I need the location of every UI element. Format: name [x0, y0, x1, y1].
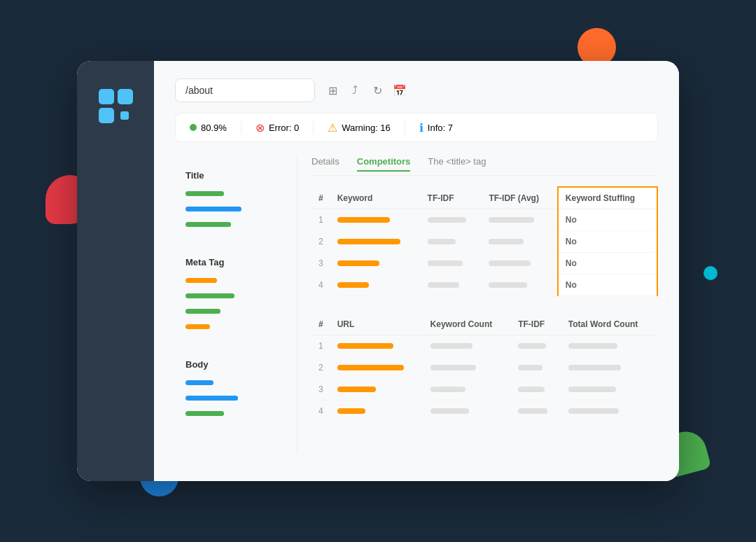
table-row: 4 No: [312, 275, 657, 296]
tab-title-tag[interactable]: The <title> tag: [428, 156, 486, 172]
tab-details[interactable]: Details: [312, 156, 340, 172]
keyword-table: # Keyword TF-IDF TF-IDF (Avg) Keyword St…: [312, 186, 658, 296]
bar-title-3: [186, 222, 231, 227]
url-bar: /about ⊞ ⤴ ↻ 📅: [175, 78, 658, 102]
warning-icon: ⚠: [328, 121, 337, 134]
warning-label: Warning: 16: [342, 123, 391, 133]
bar-title-2: [186, 207, 241, 211]
body-section: Body: [175, 356, 297, 425]
th-keyword: Keyword: [330, 187, 421, 209]
content-area: Details Competitors The <title> tag # Ke…: [298, 156, 658, 453]
th-num2: #: [312, 314, 330, 335]
tab-competitors[interactable]: Competitors: [357, 156, 411, 172]
table-row: 3: [312, 379, 658, 401]
bar-body-2: [186, 396, 238, 401]
th-total-word-count: Total Word Count: [561, 314, 658, 335]
status-bar: 80.9% ⊗ Error: 0 ⚠ Warning: 16 ℹ Info: 7: [175, 113, 658, 142]
table-row: 1: [312, 335, 658, 357]
body-label: Body: [186, 359, 286, 370]
table-row: 1 No: [312, 209, 657, 231]
url-table: # URL Keyword Count TF-IDF Total Word Co…: [312, 314, 658, 422]
add-icon[interactable]: ⊞: [326, 83, 340, 97]
url-icon-group: ⊞ ⤴ ↻ 📅: [326, 83, 407, 97]
title-label: Title: [186, 170, 286, 181]
th-tfidf: TF-IDF: [421, 187, 482, 209]
title-section: Title: [175, 167, 297, 236]
divider3: [405, 120, 405, 134]
table-row: 2: [312, 357, 658, 379]
tab-bar: Details Competitors The <title> tag: [312, 156, 658, 176]
error-label: Error: 0: [269, 123, 299, 133]
info-label: Info: 7: [428, 123, 453, 133]
score-value: 80.9%: [201, 123, 227, 133]
th-keyword-count: Keyword Count: [424, 314, 512, 335]
bar-body-1: [186, 380, 214, 385]
warning-status: ⚠ Warning: 16: [328, 121, 391, 134]
th-keyword-stuffing: Keyword Stuffing: [558, 187, 657, 209]
th-tfidf-avg: TF-IDF (Avg): [482, 187, 557, 209]
table-row: 2 No: [312, 231, 657, 253]
section-wrapper: Title Meta Tag Body: [175, 156, 658, 453]
info-icon: ℹ: [419, 121, 424, 134]
url-input[interactable]: /about: [175, 78, 315, 102]
bar-meta-2: [186, 293, 234, 298]
deco-teal-circle: [704, 266, 718, 280]
logo-sq1: [99, 89, 114, 104]
th-tfidf2: TF-IDF: [511, 314, 561, 335]
meta-section: Meta Tag: [175, 253, 297, 338]
logo-sq4: [120, 111, 129, 120]
stuffing-1: No: [558, 209, 657, 231]
bar-title-1: [186, 191, 224, 196]
stuffing-4: No: [558, 275, 657, 296]
logo: [99, 89, 133, 123]
logo-sq2: [118, 89, 133, 104]
bar-meta-3: [186, 309, 220, 314]
error-status: ⊗ Error: 0: [255, 121, 299, 134]
refresh-icon[interactable]: ↻: [370, 83, 384, 97]
bar-meta-1: [186, 278, 217, 283]
main-content: /about ⊞ ⤴ ↻ 📅 80.9% ⊗ Error: 0 ⚠ Warni: [154, 61, 679, 481]
th-num1: #: [312, 187, 330, 209]
stuffing-3: No: [558, 253, 657, 275]
sidebar: [77, 61, 154, 481]
stuffing-2: No: [558, 231, 657, 253]
bar-body-3: [186, 411, 224, 416]
sidebar-labels: Title Meta Tag Body: [175, 156, 298, 453]
table-row: 4: [312, 401, 658, 422]
divider1: [241, 120, 241, 134]
score-status: 80.9%: [190, 123, 227, 133]
logo-sq3: [99, 108, 114, 123]
bar-meta-4: [186, 324, 210, 329]
meta-label: Meta Tag: [186, 257, 286, 267]
share-icon[interactable]: ⤴: [348, 83, 362, 97]
score-dot: [190, 124, 197, 131]
main-card: /about ⊞ ⤴ ↻ 📅 80.9% ⊗ Error: 0 ⚠ Warni: [77, 61, 679, 481]
error-icon: ⊗: [255, 121, 265, 134]
th-url: URL: [330, 314, 424, 335]
calendar-icon[interactable]: 📅: [393, 83, 407, 97]
info-status: ℹ Info: 7: [419, 121, 453, 134]
table-row: 3 No: [312, 253, 657, 275]
divider2: [313, 120, 314, 134]
